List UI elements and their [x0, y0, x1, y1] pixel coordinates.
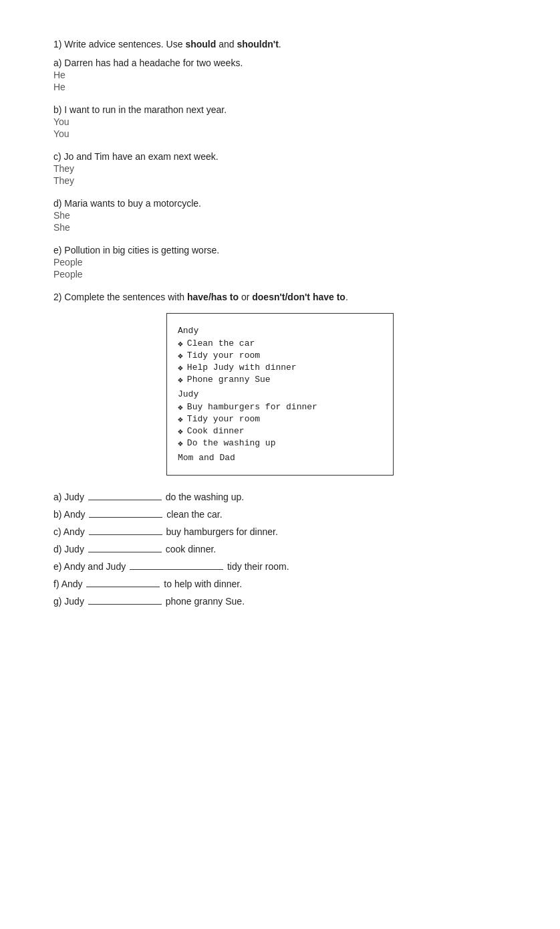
sentence-line1-c: They [53, 163, 507, 174]
sentence-group-c: c) Jo and Tim have an exam next week.The… [53, 151, 507, 186]
section2-label: 2) Complete the sentences with have/has … [53, 292, 507, 302]
chore-task-text: Tidy your room [187, 350, 260, 360]
sentence-group-a: a) Darren has had a headache for two wee… [53, 58, 507, 92]
sentence-group-d: d) Maria wants to buy a motorcycle.SheSh… [53, 198, 507, 233]
sentence-line2-d: She [53, 222, 507, 233]
chore-task-text: Tidy your room [187, 414, 260, 424]
fill-text-before-g: g) Judy [53, 596, 87, 607]
chore-item: ❖Clean the car [178, 338, 382, 349]
fill-blank-e[interactable] [130, 569, 223, 570]
sentence-prompt-b: b) I want to run in the marathon next ye… [53, 104, 507, 115]
chore-bullet-icon: ❖ [178, 402, 183, 413]
chore-bullet-icon: ❖ [178, 438, 183, 449]
fill-blank-d[interactable] [88, 552, 162, 552]
chore-task-text: Do the washing up [187, 438, 276, 448]
sentence-line1-d: She [53, 210, 507, 221]
chore-person-judy: Judy❖Buy hamburgers for dinner❖Tidy your… [178, 389, 382, 449]
chore-task-text: Help Judy with dinner [187, 363, 297, 373]
chore-people: Andy❖Clean the car❖Tidy your room❖Help J… [178, 326, 382, 463]
chore-item: ❖Cook dinner [178, 426, 382, 437]
fill-text-before-f: f) Andy [53, 579, 85, 589]
chore-item: ❖Tidy your room [178, 414, 382, 425]
sentence-prompt-a: a) Darren has had a headache for two wee… [53, 58, 507, 68]
fill-text-before-b: b) Andy [53, 509, 88, 520]
fill-blank-a[interactable] [88, 500, 162, 500]
fill-blank-f[interactable] [86, 587, 160, 587]
sentence-line2-c: They [53, 175, 507, 186]
chore-item: ❖Phone granny Sue [178, 375, 382, 385]
fill-text-after-a: do the washing up. [163, 492, 244, 502]
sentence-prompt-c: c) Jo and Tim have an exam next week. [53, 151, 507, 162]
fill-line-g: g) Judy phone granny Sue. [53, 596, 507, 607]
fill-text-after-f: to help with dinner. [161, 579, 242, 589]
chore-bullet-icon: ❖ [178, 363, 183, 373]
sentence-prompt-e: e) Pollution in big cities is getting wo… [53, 245, 507, 255]
fill-text-after-g: phone granny Sue. [163, 596, 245, 607]
section1-label: 1) Write advice sentences. Use should an… [53, 39, 507, 49]
chore-item: ❖Help Judy with dinner [178, 363, 382, 373]
fill-text-before-c: c) Andy [53, 526, 88, 537]
chore-item: ❖Do the washing up [178, 438, 382, 449]
chore-bullet-icon: ❖ [178, 414, 183, 425]
fill-line-a: a) Judy do the washing up. [53, 492, 507, 502]
fill-sentences: a) Judy do the washing up.b) Andy clean … [53, 492, 507, 607]
fill-text-after-e: tidy their room. [225, 561, 289, 572]
sentence-line1-a: He [53, 70, 507, 80]
fill-blank-b[interactable] [89, 517, 162, 518]
chore-bullet-icon: ❖ [178, 426, 183, 437]
chore-item: ❖Buy hamburgers for dinner [178, 402, 382, 413]
sentence-line1-e: People [53, 257, 507, 268]
chore-task-text: Phone granny Sue [187, 375, 271, 385]
fill-text-before-a: a) Judy [53, 492, 87, 502]
sentence-prompt-d: d) Maria wants to buy a motorcycle. [53, 198, 507, 209]
chore-task-text: Cook dinner [187, 426, 245, 436]
chore-person-name: Mom and Dad [178, 453, 382, 463]
fill-blank-g[interactable] [88, 604, 162, 605]
sentence-group-e: e) Pollution in big cities is getting wo… [53, 245, 507, 280]
fill-line-e: e) Andy and Judy tidy their room. [53, 561, 507, 572]
sentence-line2-e: People [53, 269, 507, 280]
chore-person-andy: Andy❖Clean the car❖Tidy your room❖Help J… [178, 326, 382, 385]
chore-bullet-icon: ❖ [178, 350, 183, 361]
chore-bullet-icon: ❖ [178, 375, 183, 385]
fill-line-b: b) Andy clean the car. [53, 509, 507, 520]
chore-person-name: Andy [178, 326, 382, 336]
fill-line-c: c) Andy buy hamburgers for dinner. [53, 526, 507, 537]
fill-line-d: d) Judy cook dinner. [53, 544, 507, 554]
chore-bullet-icon: ❖ [178, 338, 183, 349]
fill-blank-c[interactable] [89, 534, 162, 535]
chore-person-name: Judy [178, 389, 382, 399]
sentence-group-b: b) I want to run in the marathon next ye… [53, 104, 507, 139]
fill-text-before-d: d) Judy [53, 544, 87, 554]
sentence-line2-a: He [53, 82, 507, 92]
fill-line-f: f) Andy to help with dinner. [53, 579, 507, 589]
chore-task-text: Buy hamburgers for dinner [187, 402, 317, 412]
chore-person-mom-and-dad: Mom and Dad [178, 453, 382, 463]
sentence-line2-b: You [53, 128, 507, 139]
fill-text-after-b: clean the car. [164, 509, 222, 520]
chore-task-text: Clean the car [187, 338, 255, 348]
sentence-line1-b: You [53, 116, 507, 127]
chore-item: ❖Tidy your room [178, 350, 382, 361]
sentence-groups: a) Darren has had a headache for two wee… [53, 58, 507, 280]
fill-text-after-d: cook dinner. [163, 544, 216, 554]
chore-box: Andy❖Clean the car❖Tidy your room❖Help J… [166, 313, 394, 476]
fill-text-after-c: buy hamburgers for dinner. [164, 526, 278, 537]
fill-text-before-e: e) Andy and Judy [53, 561, 128, 572]
